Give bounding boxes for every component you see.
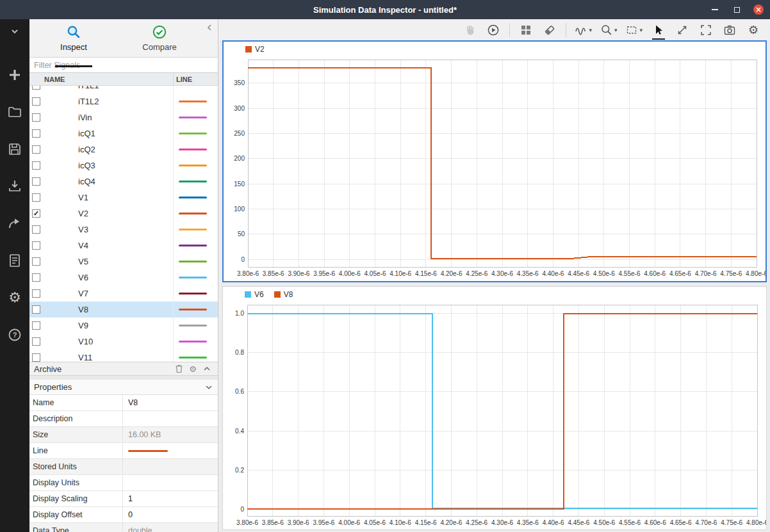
signal-checkbox[interactable]	[32, 177, 40, 186]
signal-row-V5[interactable]: V5	[29, 254, 218, 270]
svg-text:4.20e-6: 4.20e-6	[440, 519, 462, 526]
signal-row-V11[interactable]: V11	[29, 350, 218, 362]
signal-row-V10[interactable]: V10	[29, 334, 218, 350]
close-button[interactable]	[753, 4, 764, 15]
pointer-cursor-icon[interactable]	[651, 22, 666, 38]
signal-line-swatch	[173, 173, 218, 189]
signal-row-V6[interactable]: V6	[29, 270, 218, 286]
signal-checkbox[interactable]	[32, 305, 40, 314]
signal-checkbox[interactable]	[32, 145, 40, 154]
tab-inspect[interactable]: Inspect	[45, 23, 102, 52]
green-check-icon	[131, 23, 188, 41]
collapse-panel-icon[interactable]	[204, 22, 215, 33]
settings-gear-icon[interactable]: ⚙	[746, 22, 761, 38]
signal-checkbox[interactable]	[32, 289, 40, 298]
snapshot-camera-icon[interactable]	[722, 22, 737, 38]
signal-line-swatch	[173, 238, 218, 254]
signal-row-V8[interactable]: V8	[29, 302, 218, 318]
add-icon[interactable]	[6, 66, 24, 84]
region-select-icon[interactable]: ▾	[625, 22, 643, 38]
properties-header[interactable]: Properties	[29, 380, 218, 395]
import-icon[interactable]	[6, 177, 24, 195]
svg-text:4.80e-6: 4.80e-6	[746, 270, 766, 277]
svg-text:200: 200	[234, 155, 245, 162]
signal-checkbox[interactable]	[32, 257, 40, 266]
signal-row-V4[interactable]: V4	[29, 238, 218, 254]
signal-row-iT1L1[interactable]: iT1L1	[29, 86, 218, 93]
signal-checkbox[interactable]	[32, 225, 40, 234]
collapse-chevron-icon[interactable]	[6, 22, 24, 40]
signal-name: iT1L2	[44, 97, 173, 106]
save-icon[interactable]	[6, 140, 24, 158]
export-icon[interactable]	[6, 214, 24, 232]
signal-line-swatch	[173, 350, 218, 362]
signal-row-iVin[interactable]: iVin	[29, 109, 218, 125]
signal-checkbox[interactable]	[32, 241, 40, 250]
signal-row-icQ2[interactable]: icQ2	[29, 141, 218, 157]
svg-text:3.90e-6: 3.90e-6	[288, 270, 309, 277]
report-icon[interactable]	[6, 252, 24, 270]
signal-checkbox[interactable]	[32, 129, 40, 138]
subplot-layout-icon[interactable]	[518, 22, 534, 38]
chevron-up-icon[interactable]	[201, 364, 213, 374]
signal-checkbox[interactable]	[32, 353, 40, 362]
svg-text:4.60e-6: 4.60e-6	[644, 519, 666, 526]
signal-row-icQ4[interactable]: icQ4	[29, 173, 218, 189]
signal-row-iT1L2[interactable]: iT1L2	[29, 93, 218, 109]
signal-line-swatch	[173, 254, 218, 270]
preferences-gear-icon[interactable]: ⚙	[6, 289, 24, 307]
signal-row-icQ1[interactable]: icQ1	[29, 125, 218, 141]
svg-text:4.00e-6: 4.00e-6	[338, 519, 360, 526]
property-row-display-units: Display Units	[29, 475, 218, 491]
svg-text:3.95e-6: 3.95e-6	[313, 270, 335, 277]
signal-checkbox[interactable]	[32, 337, 40, 346]
property-value[interactable]: 0	[123, 507, 218, 522]
signal-row-V3[interactable]: V3	[29, 222, 218, 238]
signal-checkbox[interactable]	[32, 273, 40, 282]
signal-checkbox[interactable]	[32, 193, 40, 202]
signal-line-swatch	[173, 286, 218, 302]
dropdown-caret-icon: ▾	[639, 27, 643, 33]
zoom-tool-icon[interactable]: ▾	[600, 22, 618, 38]
open-folder-icon[interactable]	[6, 103, 24, 121]
property-row-size: Size16.00 KB	[29, 427, 218, 443]
signal-row-V1[interactable]: V1	[29, 189, 218, 206]
fullscreen-icon[interactable]	[698, 22, 714, 38]
property-value[interactable]: V8	[123, 395, 218, 410]
property-value[interactable]: 1	[123, 491, 218, 506]
svg-text:4.55e-6: 4.55e-6	[619, 270, 641, 277]
eraser-icon[interactable]	[542, 22, 557, 38]
property-value[interactable]	[123, 475, 218, 490]
minimize-button[interactable]	[710, 4, 720, 15]
signal-checkbox[interactable]	[32, 86, 40, 90]
signal-row-V7[interactable]: V7	[29, 286, 218, 302]
signal-line-swatch	[173, 318, 218, 334]
pan-hand-icon[interactable]	[462, 22, 477, 38]
archive-bar[interactable]: Archive ⚙	[29, 362, 218, 376]
archive-gear-icon[interactable]: ⚙	[187, 364, 199, 374]
signal-style-wave-icon[interactable]: ▾	[575, 22, 592, 38]
help-icon[interactable]: ?	[6, 326, 24, 344]
plot-v2[interactable]: V2 0501001502002503003503.80e-63.85e-63.…	[222, 40, 767, 282]
signal-checkbox[interactable]	[32, 321, 40, 330]
signal-row-V2[interactable]: V2	[29, 206, 218, 222]
property-label: Display Scaling	[29, 491, 123, 506]
signal-name: icQ3	[44, 161, 173, 170]
maximize-button[interactable]	[732, 4, 742, 15]
signal-checkbox[interactable]	[32, 97, 40, 106]
signal-name: iVin	[44, 113, 173, 122]
trash-icon[interactable]	[173, 364, 184, 374]
signal-rows: iT1L1iT1L2iVinicQ1icQ2icQ3icQ4V1V2V3V4V5…	[29, 86, 218, 362]
tab-compare-label: Compare	[131, 42, 188, 52]
property-value[interactable]	[123, 411, 218, 426]
signal-checkbox[interactable]	[32, 161, 40, 170]
signal-row-V9[interactable]: V9	[29, 318, 218, 334]
expand-diagonal-icon[interactable]	[675, 22, 690, 38]
plot-v6-v8[interactable]: V6V8 00.20.40.60.81.03.80e-63.85e-63.90e…	[222, 286, 767, 530]
signal-row-icQ3[interactable]: icQ3	[29, 157, 218, 173]
run-play-icon[interactable]	[486, 22, 501, 38]
tab-compare[interactable]: Compare	[131, 23, 188, 52]
signal-checkbox[interactable]	[32, 113, 40, 122]
signal-checkbox[interactable]	[32, 209, 40, 218]
property-value[interactable]	[123, 443, 218, 458]
